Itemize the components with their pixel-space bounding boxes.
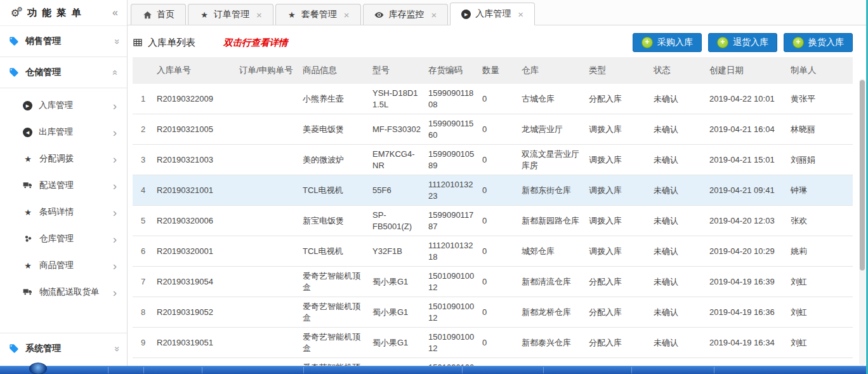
column-header: 仓库 — [519, 57, 586, 84]
tab[interactable]: ★套餐管理× — [275, 4, 361, 25]
arrow-circle-right-icon: ▶ — [23, 101, 32, 110]
start-button[interactable] — [29, 363, 47, 374]
cell-order-no: R20190321003 — [154, 145, 237, 175]
cell-product: TCL电视机 — [300, 175, 370, 206]
cell-qty: 0 — [480, 328, 519, 358]
content-panel: 入库单列表 双击行查看详情 +采购入库+退货入库+换货入库 入库单号订单/申购单… — [128, 25, 868, 374]
cell-status: 未确认 — [651, 206, 707, 236]
cell-warehouse: 新都新园路仓库 — [519, 206, 586, 236]
sidebar-item[interactable]: 配送管理› — [0, 172, 127, 199]
cell-creator: 刘虹 — [788, 297, 853, 328]
table-row[interactable]: 2R20190321005美菱电饭煲MF-FS30302159909011560… — [133, 114, 853, 145]
sidebar-header: ⚙⚙ 功 能 菜 单 « — [0, 0, 127, 26]
cell-qty: 0 — [480, 84, 519, 114]
cell-type: 调拨入库 — [586, 206, 651, 236]
panel-title: 入库单列表 — [148, 37, 195, 49]
row-number: 1 — [133, 84, 154, 114]
sidebar-item[interactable]: ★商品管理› — [0, 252, 127, 279]
tab[interactable]: ▶入库管理× — [450, 3, 535, 25]
cell-created: 2019-04-21 16:04 — [707, 114, 788, 145]
sidebar-section-label: 仓储管理 — [25, 67, 61, 78]
table-row[interactable]: 7R20190319054爱奇艺智能机顶盒蜀小果G11501090100120新… — [133, 267, 853, 297]
row-number: 2 — [133, 114, 154, 145]
cell-model: 蜀小果G1 — [370, 328, 426, 358]
column-header: 订单/申购单号 — [237, 57, 300, 84]
row-number: 8 — [133, 297, 154, 328]
sidebar-item[interactable]: ◀出库管理› — [0, 119, 127, 145]
row-number: 9 — [133, 328, 154, 358]
star-icon: ★ — [23, 207, 33, 217]
sidebar-item-label: 配送管理 — [39, 180, 74, 191]
cell-creator: 张欢 — [788, 206, 853, 236]
action-button[interactable]: +采购入库 — [633, 33, 702, 52]
vertical-scrollbar[interactable] — [859, 79, 865, 366]
table-row[interactable]: 5R20190320006新宝电饭煲SP-FB5001(Z)1599090117… — [133, 206, 853, 236]
cell-status: 未确认 — [651, 236, 707, 267]
chevron-right-icon: › — [113, 100, 117, 112]
cell-created: 2019-04-21 09:41 — [707, 175, 788, 206]
sidebar-item[interactable]: 物流配送取货单› — [0, 279, 127, 305]
chevron-double-down-icon: « — [110, 39, 120, 44]
cell-purchase-no — [237, 328, 300, 358]
tab[interactable]: ★订单管理× — [188, 4, 273, 25]
row-number: 5 — [133, 206, 154, 236]
close-icon[interactable]: × — [256, 10, 262, 20]
action-button[interactable]: +退货入库 — [708, 33, 777, 52]
star-icon: ★ — [23, 260, 33, 270]
cell-type: 分配入库 — [586, 328, 651, 358]
eye-icon — [374, 10, 385, 20]
sidebar-item-label: 条码详情 — [39, 206, 74, 218]
table-row[interactable]: 8R20190319052爱奇艺智能机顶盒蜀小果G11501090100120新… — [133, 297, 853, 328]
close-icon[interactable]: × — [431, 10, 437, 20]
sidebar-section[interactable]: 仓储管理« — [0, 57, 127, 88]
cell-model: SP-FB5001(Z) — [370, 206, 426, 236]
sidebar-section-label: 销售管理 — [25, 36, 61, 47]
table-row[interactable]: 6R20190320001TCL电视机Y32F1B1112010132180城郊… — [133, 236, 853, 267]
chevron-double-down-icon: « — [110, 346, 120, 351]
row-number: 4 — [133, 175, 154, 206]
sidebar-item[interactable]: 仓库管理› — [0, 225, 127, 252]
taskbar-segment — [143, 367, 144, 373]
table-header-row: 入库单号订单/申购单号商品信息型号存货编码数量仓库类型状态创建日期制单人 — [133, 57, 853, 84]
table-row[interactable]: 3R20190321003美的微波炉EM7KCG4-NR159909010589… — [133, 145, 853, 175]
sidebar-section[interactable]: 系统管理« — [0, 333, 127, 364]
cell-model: 55F6 — [370, 175, 426, 206]
sidebar-section[interactable]: 销售管理« — [0, 26, 127, 57]
row-number: 3 — [133, 145, 154, 175]
cell-purchase-no — [237, 297, 300, 328]
column-header: 类型 — [586, 57, 651, 84]
cell-status: 未确认 — [651, 297, 707, 328]
sidebar-title: 功 能 菜 单 — [27, 7, 82, 19]
windows-taskbar[interactable] — [0, 366, 868, 374]
cell-type: 调拨入库 — [586, 145, 651, 175]
cell-stock-code: 159909010589 — [426, 145, 480, 175]
table-row[interactable]: 4R20190321001TCL电视机55F61112010132230新都东街… — [133, 175, 853, 206]
cell-stock-code: 159909011808 — [426, 84, 480, 114]
tab[interactable]: 首页 — [131, 4, 186, 25]
table-row[interactable]: 9R20190319051爱奇艺智能机顶盒蜀小果G11501090100120新… — [133, 328, 853, 358]
cell-stock-code: 111201013218 — [426, 236, 480, 267]
chevron-right-icon: › — [113, 206, 117, 218]
cell-created: 2019-04-21 15:01 — [707, 145, 788, 175]
action-button[interactable]: +换货入库 — [784, 33, 853, 52]
sidebar-item[interactable]: ★分配调拨› — [0, 145, 127, 172]
scrollbar-thumb[interactable] — [860, 80, 865, 270]
sidebar-item-label: 商品管理 — [39, 260, 74, 271]
table-row[interactable]: 1R20190322009小熊养生壶YSH-D18D1 1.5L15990901… — [133, 84, 853, 114]
sidebar-item[interactable]: ▶入库管理› — [0, 92, 127, 119]
app-window: ⚙⚙ 功 能 菜 单 « 销售管理«仓储管理«▶入库管理›◀出库管理›★分配调拨… — [0, 0, 868, 374]
close-icon[interactable]: × — [518, 9, 523, 20]
cell-status: 未确认 — [651, 114, 707, 145]
cell-model: YSH-D18D1 1.5L — [370, 84, 426, 114]
tab[interactable]: 库存监控× — [363, 4, 449, 25]
truck-icon — [23, 287, 33, 297]
cell-purchase-no — [237, 206, 300, 236]
close-icon[interactable]: × — [344, 10, 350, 20]
collapse-sidebar-button[interactable]: « — [112, 7, 118, 18]
cell-type: 调拨入库 — [586, 236, 651, 267]
sidebar-item[interactable]: ★条码详情› — [0, 199, 127, 225]
tab-label: 库存监控 — [389, 9, 424, 20]
cell-creator: 刘虹 — [788, 328, 853, 358]
sidebar-menu: 销售管理«仓储管理«▶入库管理›◀出库管理›★分配调拨›配送管理›★条码详情›仓… — [0, 26, 127, 374]
cell-purchase-no — [237, 267, 300, 297]
